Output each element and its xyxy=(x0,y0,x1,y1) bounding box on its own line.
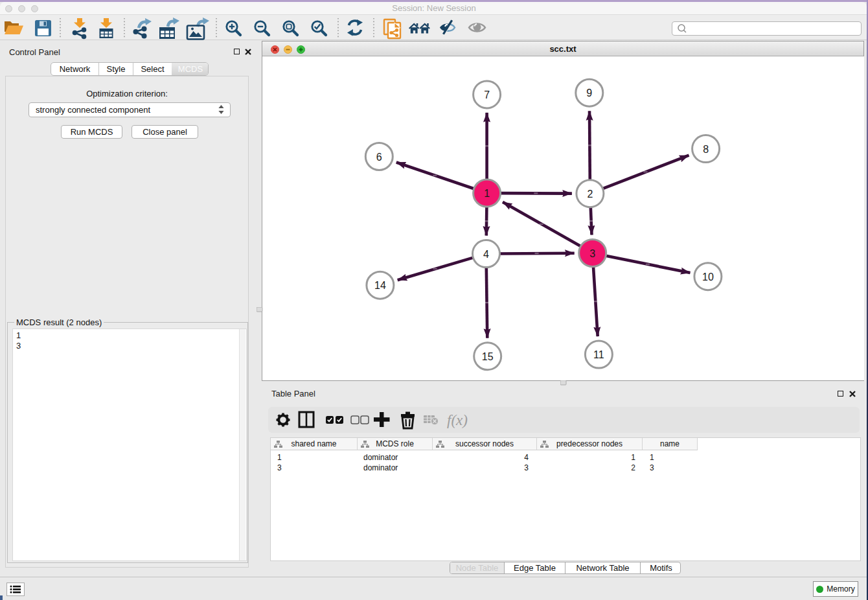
svg-text:11: 11 xyxy=(593,349,604,360)
svg-text:15: 15 xyxy=(482,351,494,362)
svg-text:14: 14 xyxy=(374,280,386,291)
svg-text:7: 7 xyxy=(484,89,490,100)
svg-text:9: 9 xyxy=(586,87,592,98)
svg-text:1: 1 xyxy=(484,188,490,199)
svg-text:8: 8 xyxy=(703,144,709,155)
svg-text:3: 3 xyxy=(589,248,595,259)
svg-text:6: 6 xyxy=(376,152,382,163)
svg-text:2: 2 xyxy=(587,189,593,200)
svg-text:4: 4 xyxy=(483,249,489,260)
svg-text:f(x): f(x) xyxy=(447,412,468,428)
svg-text:10: 10 xyxy=(702,271,714,283)
